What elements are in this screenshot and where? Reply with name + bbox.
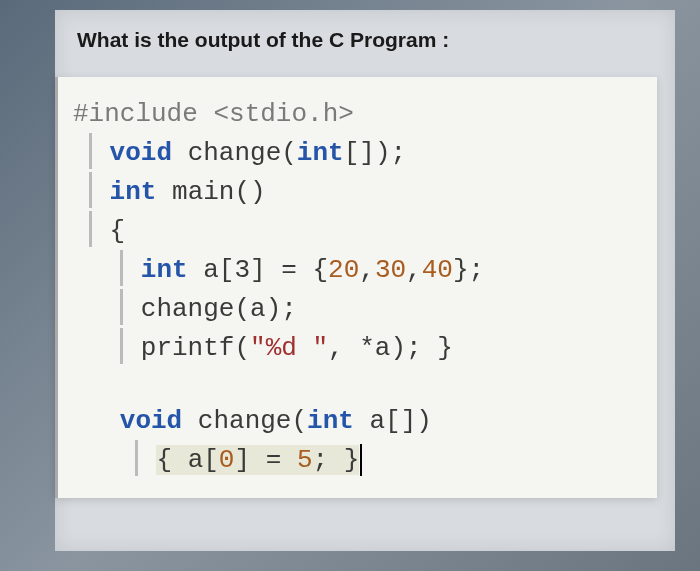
- code-line-9: void change(int a[]): [73, 402, 647, 441]
- text-cursor: [360, 444, 362, 475]
- code-line-10: { a[0] = 5; }: [73, 441, 647, 480]
- code-block: #include <stdio.h> void change(int[]); i…: [55, 77, 657, 498]
- question-text: What is the output of the C Program :: [55, 10, 675, 77]
- code-blank-line: [73, 368, 647, 402]
- code-line-1: #include <stdio.h>: [73, 95, 647, 134]
- code-line-5: int a[3] = {20,30,40};: [73, 251, 647, 290]
- code-line-4: {: [73, 212, 647, 251]
- code-line-2: void change(int[]);: [73, 134, 647, 173]
- code-line-6: change(a);: [73, 290, 647, 329]
- content-area: What is the output of the C Program : #i…: [55, 10, 675, 551]
- code-line-3: int main(): [73, 173, 647, 212]
- code-line-7: printf("%d ", *a); }: [73, 329, 647, 368]
